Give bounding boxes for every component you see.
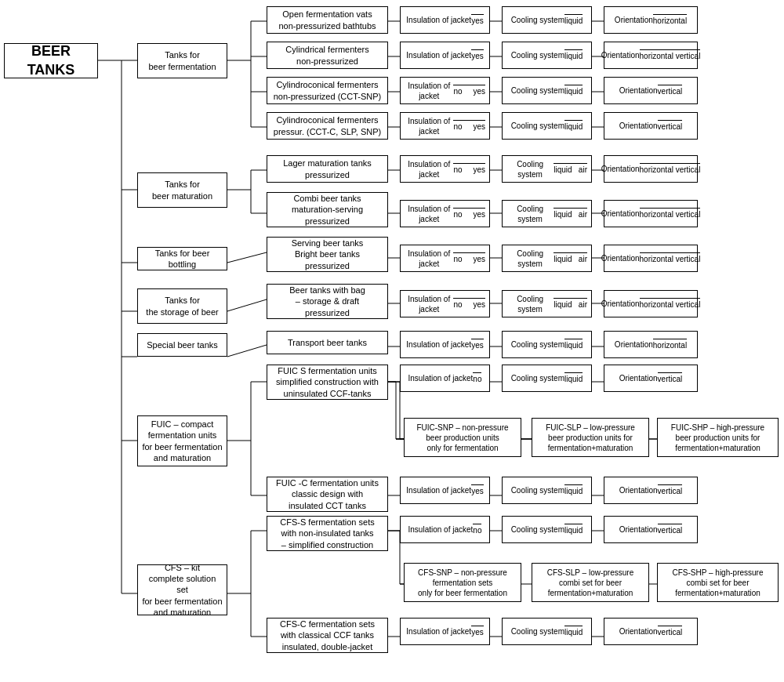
ij-fuic-s: Insulation of jacketno	[400, 365, 490, 392]
or-cfs-c: Orientationvertical	[604, 618, 698, 645]
beer-tanks-label: BEER TANKS	[4, 43, 98, 78]
node-lager: Lager maturation tankspressurized	[267, 155, 388, 183]
ij-cyl: Insulation of jacketyes	[400, 42, 490, 69]
node-maturation: Tanks forbeer maturation	[137, 172, 227, 208]
ij-cp: Insulation of jacketno yes	[400, 112, 490, 140]
cs-cfs-c: Cooling systemliquid	[502, 618, 592, 645]
cs-open: Cooling systemliquid	[502, 6, 592, 34]
ij-cnp: Insulation of jacketno yes	[400, 77, 490, 104]
cs-cfs-s: Cooling systemliquid	[502, 516, 592, 543]
node-cnp: Cylindroconical fermentersnon-pressurize…	[267, 77, 388, 104]
node-special: Special beer tanks	[137, 333, 227, 357]
node-transport: Transport beer tanks	[267, 331, 388, 354]
or-open: Orientationhorizontal	[604, 6, 698, 34]
node-storage: Tanks forthe storage of beer	[137, 288, 227, 324]
node-cfs: CFS – kitcomplete solution setfor beer f…	[137, 564, 227, 615]
node-bottling: Tanks for beer bottling	[137, 247, 227, 270]
node-combi: Combi beer tanksmaturation-servingpressu…	[267, 192, 388, 227]
or-fuic-s: Orientationvertical	[604, 365, 698, 392]
or-combi: Orientationhorizontal vertical	[604, 200, 698, 227]
or-transport: Orientationhorizontal	[604, 331, 698, 358]
ij-fuic-c: Insulation of jacketyes	[400, 477, 490, 504]
ij-combi: Insulation of jacketno yes	[400, 200, 490, 227]
ij-cfs-c: Insulation of jacketyes	[400, 618, 490, 645]
cs-serving: Cooling systemliquid air	[502, 245, 592, 272]
ij-lager: Insulation of jacketno yes	[400, 155, 490, 183]
svg-line-21	[227, 345, 267, 357]
or-cfs-s: Orientationvertical	[604, 516, 698, 543]
diagram: BEER TANKS Tanks forbeer fermentation Ta…	[0, 0, 784, 682]
node-fuic-shp: FUIC-SHP – high-pressurebeer production …	[657, 418, 779, 457]
node-cfs-c: CFS-C fermentation setswith classical CC…	[267, 618, 388, 653]
node-fuic-slp: FUIC-SLP – low-pressurebeer production u…	[532, 418, 649, 457]
cs-cyl: Cooling systemliquid	[502, 42, 592, 69]
cs-cp: Cooling systemliquid	[502, 112, 592, 140]
or-lager: Orientationhorizontal vertical	[604, 155, 698, 183]
cs-cnp: Cooling systemliquid	[502, 77, 592, 104]
cs-bag: Cooling systemliquid air	[502, 290, 592, 317]
ij-open: Insulation of jacketyes	[400, 6, 490, 34]
node-cfs-s: CFS-S fermentation setswith non-insulate…	[267, 516, 388, 551]
node-cfs-shp: CFS-SHP – high-pressurecombi set for bee…	[657, 563, 779, 602]
or-bag: Orientationhorizontal vertical	[604, 290, 698, 317]
cs-transport: Cooling systemliquid	[502, 331, 592, 358]
node-cfs-slp: CFS-SLP – low-pressurecombi set for beer…	[532, 563, 649, 602]
or-serving: Orientationhorizontal vertical	[604, 245, 698, 272]
node-cp: Cylindroconical fermenterspressur. (CCT-…	[267, 112, 388, 140]
or-cnp: Orientationvertical	[604, 77, 698, 104]
node-cylindrical: Cylindrical fermentersnon-pressurized	[267, 42, 388, 69]
svg-line-19	[227, 252, 267, 263]
node-fuic-s: FUIC S fermentation unitssimplified cons…	[267, 365, 388, 400]
or-cp: Orientationvertical	[604, 112, 698, 140]
node-fuic: FUIC – compactfermentation unitsfor beer…	[137, 415, 227, 466]
or-cyl: Orientationhorizontal vertical	[604, 42, 698, 69]
node-bag: Beer tanks with bag– storage & draftpres…	[267, 284, 388, 319]
node-open-ferm: Open fermentation vatsnon-pressurized ba…	[267, 6, 388, 34]
node-fermentation: Tanks forbeer fermentation	[137, 43, 227, 78]
node-fuic-snp: FUIC-SNP – non-pressurebeer production u…	[404, 418, 521, 457]
node-fuic-c: FUIC -C fermentation unitsclassic design…	[267, 477, 388, 512]
node-cfs-snp: CFS-SNP – non-pressurefermentation setso…	[404, 563, 521, 602]
or-fuic-c: Orientationvertical	[604, 477, 698, 504]
cs-lager: Cooling systemliquid air	[502, 155, 592, 183]
ij-cfs-s: Insulation of jacketno	[400, 516, 490, 543]
node-serving: Serving beer tanksBright beer tankspress…	[267, 237, 388, 272]
cs-fuic-c: Cooling systemliquid	[502, 477, 592, 504]
ij-bag: Insulation of jacketno yes	[400, 290, 490, 317]
cs-combi: Cooling systemliquid air	[502, 200, 592, 227]
cs-fuic-s: Cooling systemliquid	[502, 365, 592, 392]
svg-line-20	[227, 299, 267, 311]
ij-serving: Insulation of jacketno yes	[400, 245, 490, 272]
ij-transport: Insulation of jacketyes	[400, 331, 490, 358]
